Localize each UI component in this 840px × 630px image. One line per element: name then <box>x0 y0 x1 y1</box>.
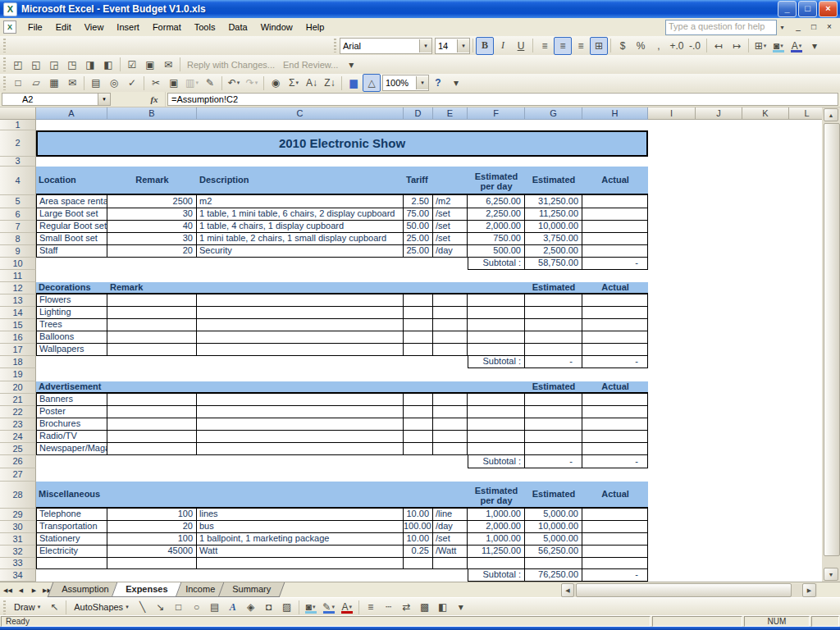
cell-E24[interactable] <box>433 431 468 443</box>
row-header-22[interactable]: 22 <box>0 406 36 418</box>
track-changes-icon[interactable]: ☑ <box>123 56 141 74</box>
cell-B17[interactable] <box>107 344 197 356</box>
cell-D33[interactable] <box>404 558 433 569</box>
cell-H20[interactable]: Actual <box>582 381 648 394</box>
new-document-icon[interactable]: □ <box>9 74 27 92</box>
cell-G16[interactable] <box>525 331 582 344</box>
scroll-right-icon[interactable]: ▶ <box>802 583 816 597</box>
row-header-11[interactable]: 11 <box>0 270 36 282</box>
line-style-icon[interactable]: ≡ <box>362 598 380 616</box>
text-box-icon[interactable]: ▤ <box>206 598 224 616</box>
cell-B4[interactable]: Remark <box>107 167 197 195</box>
cell-H18[interactable]: - <box>582 356 648 368</box>
cell-A4[interactable]: Location <box>36 167 107 195</box>
cell-G20[interactable]: Estimated <box>525 381 582 394</box>
cell-B22[interactable] <box>107 406 197 418</box>
chart-wizard-icon[interactable]: ▆ <box>345 74 363 92</box>
cell-G21[interactable] <box>525 394 582 406</box>
cell-C29[interactable]: lines <box>197 509 404 521</box>
cell-G5[interactable]: 31,250.00 <box>525 195 582 208</box>
cell-G28[interactable]: Estimated <box>525 482 582 509</box>
cell-F6[interactable]: 2,250.00 <box>468 208 525 221</box>
cell-A7[interactable]: Regular Boot set <box>36 221 107 233</box>
horizontal-scroll-thumb[interactable] <box>576 583 792 597</box>
cell-G24[interactable] <box>525 431 582 443</box>
cell-H15[interactable] <box>582 319 648 331</box>
cell-D30[interactable]: 100.00 <box>404 521 433 533</box>
chevron-down-icon[interactable]: ▾ <box>419 39 431 52</box>
cell-H12[interactable]: Actual <box>582 282 648 294</box>
row-header-13[interactable]: 13 <box>0 294 36 307</box>
row-header-16[interactable]: 16 <box>0 331 36 344</box>
cell-D9[interactable]: 25.00 <box>404 245 433 258</box>
cell-B16[interactable] <box>107 331 197 344</box>
cell-A17[interactable]: Wallpapers <box>36 344 107 356</box>
cell-D21[interactable] <box>404 394 433 406</box>
align-left-icon[interactable]: ≡ <box>536 37 554 55</box>
cell-G9[interactable]: 2,500.00 <box>525 245 582 258</box>
cell-C8[interactable]: 1 mini table, 2 chairs, 1 small display … <box>197 233 404 245</box>
merge-center-icon[interactable]: ⊞ <box>590 37 608 55</box>
first-sheet-icon[interactable]: ◀◀ <box>2 584 14 596</box>
cell-B5[interactable]: 2500 <box>107 195 197 208</box>
cell-C17[interactable] <box>197 344 404 356</box>
help-search-input[interactable]: Type a question for help <box>665 20 777 35</box>
row-header-29[interactable]: 29 <box>0 509 36 521</box>
sheet-tab-summary[interactable]: Summary <box>218 582 285 597</box>
menu-insert[interactable]: Insert <box>110 20 146 34</box>
spelling-icon[interactable]: ✓ <box>123 74 141 92</box>
row-header-18[interactable]: 18 <box>0 356 36 368</box>
row-header-10[interactable]: 10 <box>0 258 36 270</box>
cell-G18[interactable]: - <box>525 356 582 368</box>
cell-A14[interactable]: Lighting <box>36 307 107 319</box>
decrease-indent-icon[interactable]: ↤ <box>710 37 728 55</box>
end-review-button[interactable]: End Review... <box>283 60 338 70</box>
row-header-4[interactable]: 4 <box>0 167 36 195</box>
cell-F7[interactable]: 2,000.00 <box>468 221 525 233</box>
cell-H29[interactable] <box>582 509 648 521</box>
diagram-icon[interactable]: ◈ <box>242 598 260 616</box>
cell-D15[interactable] <box>404 319 433 331</box>
restore-button[interactable]: □ <box>798 1 817 17</box>
cell-G29[interactable]: 5,000.00 <box>525 509 582 521</box>
cell-E29[interactable]: /line <box>433 509 468 521</box>
paste-icon[interactable]: ▥▾ <box>183 74 201 92</box>
cell-H30[interactable] <box>582 521 648 533</box>
cell-A23[interactable]: Brochures <box>36 418 107 431</box>
cell-G6[interactable]: 11,250.00 <box>525 208 582 221</box>
edit-comment-icon[interactable]: ◰ <box>9 56 27 74</box>
undo-icon[interactable]: ↶▾ <box>225 74 243 92</box>
cell-D17[interactable] <box>404 344 433 356</box>
cell-H28[interactable]: Actual <box>582 482 648 509</box>
help-dropdown-icon[interactable]: ▾ <box>777 21 788 34</box>
cell-A30[interactable]: Transportation <box>36 521 107 533</box>
cell-D13[interactable] <box>404 294 433 307</box>
cell-H13[interactable] <box>582 294 648 307</box>
column-header-B[interactable]: B <box>107 107 197 120</box>
vertical-scrollbar[interactable]: ▲ ▼ <box>822 107 840 582</box>
font-name-combo[interactable]: Arial ▾ <box>340 38 432 54</box>
cell-H26[interactable]: - <box>582 455 648 468</box>
cell-C22[interactable] <box>197 406 404 418</box>
arrow-style-icon[interactable]: ⇄ <box>398 598 416 616</box>
cell-F29[interactable]: 1,000.00 <box>468 509 525 521</box>
cell-B6[interactable]: 30 <box>107 208 197 221</box>
column-header-G[interactable]: G <box>525 107 582 120</box>
row-header-12[interactable]: 12 <box>0 282 36 294</box>
show-all-comments-icon[interactable]: ◨ <box>81 56 99 74</box>
cell-F30[interactable]: 2,000.00 <box>468 521 525 533</box>
bold-icon[interactable]: B <box>476 37 494 55</box>
minimize-button[interactable]: _ <box>778 1 797 17</box>
cell-C23[interactable] <box>197 418 404 431</box>
cell-A20[interactable]: Advertisement <box>36 381 107 394</box>
save-icon[interactable]: ▦ <box>45 74 63 92</box>
percent-icon[interactable]: % <box>632 37 650 55</box>
row-header-25[interactable]: 25 <box>0 443 36 455</box>
cell-A5[interactable]: Area space rental <box>36 195 107 208</box>
cell-C4[interactable]: Description <box>197 167 404 195</box>
sort-ascending-icon[interactable]: A↓ <box>303 74 321 92</box>
sort-descending-icon[interactable]: Z↓ <box>321 74 339 92</box>
threed-style-icon[interactable]: ◧ <box>434 598 452 616</box>
italic-icon[interactable]: I <box>494 37 512 55</box>
select-objects-icon[interactable]: ↖ <box>45 598 63 616</box>
